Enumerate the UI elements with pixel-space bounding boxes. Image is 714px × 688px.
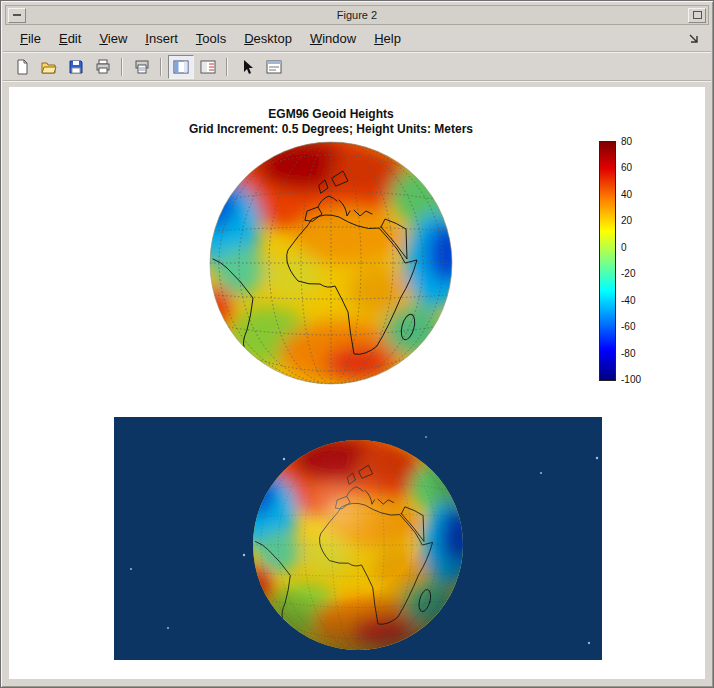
geoid-globe-3d: [114, 417, 602, 660]
colorbar-tick-label: -60: [621, 321, 635, 332]
open-folder-icon: [41, 59, 57, 75]
window-title: Figure 2: [28, 9, 686, 21]
open-file-button[interactable]: [36, 55, 62, 79]
menu-window[interactable]: Window: [301, 27, 365, 50]
dock-figure-button[interactable]: [687, 32, 701, 46]
menu-insert[interactable]: Insert: [136, 27, 187, 50]
edit-plot-button[interactable]: [234, 55, 260, 79]
colorbar-tick-label: -80: [621, 347, 635, 358]
property-editor-icon: [266, 59, 282, 75]
geoid-globe-2d: [209, 141, 453, 385]
cursor-arrow-icon: [239, 59, 255, 75]
print-figure-button[interactable]: [90, 55, 116, 79]
save-figure-button[interactable]: [63, 55, 89, 79]
printer-icon: [95, 59, 111, 75]
window-menu-button[interactable]: [8, 8, 26, 23]
print-preview-icon: [134, 59, 150, 75]
colorbar-tick-label: -20: [621, 268, 635, 279]
menu-help[interactable]: Help: [365, 27, 410, 50]
colorbar-tick-labels: 80 60 40 20 0 -20 -40 -60 -80 -100: [621, 141, 661, 379]
toolbar-separator: [160, 58, 162, 76]
plot-browser-icon: [200, 59, 216, 75]
toolbar: [3, 53, 711, 81]
maximize-button[interactable]: [688, 8, 706, 23]
menu-file[interactable]: File: [11, 27, 50, 50]
print-preview-button[interactable]: [129, 55, 155, 79]
colorbar-tick-label: -100: [621, 374, 641, 385]
space-panel: [114, 417, 602, 660]
maximize-icon: [693, 11, 702, 19]
plot-title: EGM96 Geoid Heights Grid Increment: 0.5 …: [49, 107, 613, 137]
colorbar-tick-label: 60: [621, 162, 632, 173]
colorbar-tick-label: 20: [621, 215, 632, 226]
plot-title-line2: Grid Increment: 0.5 Degrees; Height Unit…: [49, 122, 613, 137]
figure-window: Figure 2 File Edit View Insert Tools Des…: [0, 0, 714, 688]
plot-browser-button[interactable]: [195, 55, 221, 79]
colorbar-tick-label: 80: [621, 136, 632, 147]
toolbar-separator: [226, 58, 228, 76]
toolbar-separator: [121, 58, 123, 76]
window-menu-icon: [13, 14, 21, 16]
dock-arrow-icon: [687, 32, 701, 46]
show-plot-tools-button[interactable]: [168, 55, 194, 79]
colorbar-tick-label: -40: [621, 294, 635, 305]
menubar: File Edit View Insert Tools Desktop Wind…: [3, 26, 711, 52]
plot-title-line1: EGM96 Geoid Heights: [49, 107, 613, 122]
plot-tools-icon: [173, 59, 189, 75]
menu-tools[interactable]: Tools: [187, 27, 235, 50]
new-figure-button[interactable]: [9, 55, 35, 79]
new-document-icon: [14, 59, 30, 75]
figure-canvas: EGM96 Geoid Heights Grid Increment: 0.5 …: [9, 87, 705, 679]
menu-edit[interactable]: Edit: [50, 27, 90, 50]
colorbar-tick-label: 40: [621, 188, 632, 199]
titlebar[interactable]: Figure 2: [5, 5, 709, 25]
colorbar-tick-label: 0: [621, 241, 627, 252]
menu-desktop[interactable]: Desktop: [235, 27, 301, 50]
save-floppy-icon: [68, 59, 84, 75]
property-editor-button[interactable]: [261, 55, 287, 79]
menu-view[interactable]: View: [90, 27, 136, 50]
colorbar: [599, 141, 616, 381]
